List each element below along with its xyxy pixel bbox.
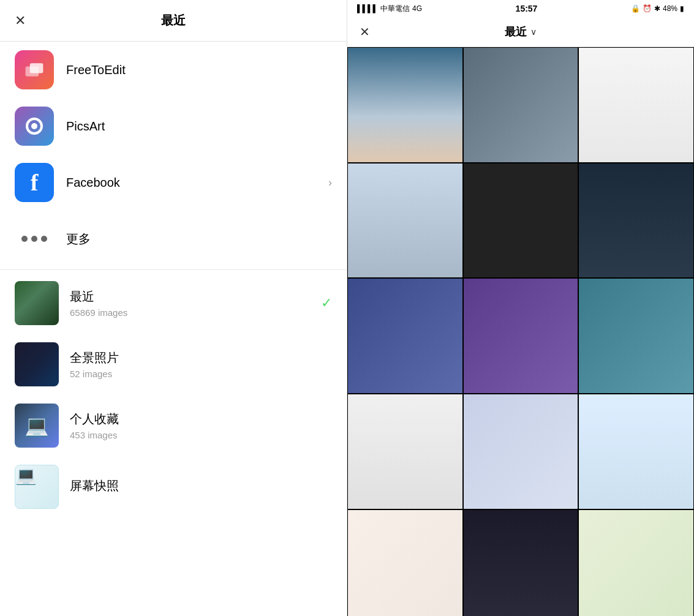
picsart-icon	[15, 107, 54, 146]
network-label: 4G	[412, 4, 422, 13]
photo-cell-3-3[interactable]	[579, 279, 693, 393]
right-header: ✕ 最近 ∨	[347, 17, 694, 47]
album-item-panorama[interactable]: 全景照片 52 images	[0, 334, 347, 395]
photo-cell-3-2[interactable]	[464, 279, 578, 393]
album-thumb-screenshot: 💻	[15, 465, 59, 509]
album-name-personal: 个人收藏	[70, 411, 332, 427]
laptop-icon: 💻	[25, 414, 49, 437]
divider	[0, 269, 347, 270]
lock-icon: 🔒	[631, 4, 640, 13]
album-count-panorama: 52 images	[70, 369, 332, 379]
album-info-recent: 最近 65869 images	[70, 288, 332, 318]
bluetooth-icon: ✱	[654, 4, 660, 13]
album-info-screenshot: 屏幕快照	[70, 478, 332, 497]
app-item-facebook[interactable]: f Facebook ›	[0, 154, 347, 211]
photo-row-2	[348, 163, 693, 278]
svg-rect-2	[30, 63, 43, 73]
photo-cell-2-3[interactable]	[579, 163, 693, 278]
app-item-more[interactable]: 更多	[0, 211, 347, 267]
battery-label: 48%	[663, 4, 677, 13]
album-item-screenshot[interactable]: 💻 屏幕快照	[0, 456, 347, 517]
facebook-label: Facebook	[66, 176, 120, 190]
photo-cell-5-3[interactable]	[579, 510, 693, 616]
left-close-icon[interactable]: ✕	[15, 13, 26, 29]
app-item-freetoedit[interactable]: FreeToEdit	[0, 42, 347, 98]
app-item-picsart[interactable]: PicsArt	[0, 98, 347, 154]
album-name-screenshot: 屏幕快照	[70, 478, 332, 494]
photo-cell-5-1[interactable]	[348, 510, 462, 616]
dot2	[31, 236, 37, 242]
photo-cell-2-2[interactable]	[464, 163, 578, 278]
photo-cell-5-2[interactable]	[464, 510, 578, 616]
right-title: 最近	[505, 24, 527, 39]
picsart-label: PicsArt	[66, 119, 105, 133]
status-bar: ▌▌▌▌ 中華電信 4G 15:57 🔒 ⏰ ✱ 48% ▮	[347, 0, 694, 17]
dot1	[21, 236, 28, 242]
battery-icon: ▮	[680, 4, 684, 13]
signal-bars-icon: ▌▌▌▌	[357, 4, 378, 13]
photo-cell-2-1[interactable]	[348, 163, 462, 278]
photo-cell-1-3[interactable]	[579, 48, 693, 162]
album-name-recent: 最近	[70, 288, 332, 305]
photo-row-1	[348, 48, 693, 162]
photo-cell-3-1[interactable]	[348, 279, 462, 393]
album-thumb-personal: 💻	[15, 404, 59, 448]
photo-cell-4-1[interactable]	[348, 394, 462, 509]
photo-cell-1-1[interactable]	[348, 48, 462, 162]
album-info-personal: 个人收藏 453 images	[70, 411, 332, 440]
album-thumb-panorama	[15, 342, 59, 386]
alarm-icon: ⏰	[643, 4, 652, 13]
checkmark-icon: ✓	[321, 295, 332, 311]
freetoedit-icon	[15, 50, 54, 89]
svg-point-4	[31, 123, 37, 129]
photo-cell-1-2[interactable]	[464, 48, 578, 162]
photo-cell-4-3[interactable]	[579, 394, 693, 509]
freetoedit-label: FreeToEdit	[66, 63, 126, 77]
photo-row-3	[348, 279, 693, 393]
status-time: 15:57	[516, 4, 538, 13]
app-list: FreeToEdit PicsArt f Facebook ›	[0, 42, 347, 616]
right-close-icon[interactable]: ✕	[360, 24, 370, 39]
left-header: ✕ 最近	[0, 0, 347, 42]
album-name-panorama: 全景照片	[70, 350, 332, 366]
dot3	[41, 236, 47, 242]
left-panel: ✕ 最近 FreeToEdit	[0, 0, 347, 616]
right-panel: ▌▌▌▌ 中華電信 4G 15:57 🔒 ⏰ ✱ 48% ▮ ✕ 最近 ∨	[347, 0, 694, 616]
album-thumb-recent	[15, 281, 59, 325]
photo-grid	[347, 47, 694, 616]
album-count-personal: 453 images	[70, 430, 332, 440]
photo-row-5	[348, 510, 693, 616]
album-item-personal[interactable]: 💻 个人收藏 453 images	[0, 395, 347, 456]
album-count-recent: 65869 images	[70, 307, 332, 318]
more-icon	[15, 219, 54, 258]
status-left: ▌▌▌▌ 中華電信 4G	[357, 4, 422, 14]
left-title: 最近	[161, 12, 186, 29]
more-label: 更多	[66, 231, 91, 247]
photo-cell-4-2[interactable]	[464, 394, 578, 509]
carrier-label: 中華電信	[380, 4, 410, 14]
right-title-arrow-icon[interactable]: ∨	[530, 27, 537, 37]
album-info-panorama: 全景照片 52 images	[70, 350, 332, 379]
facebook-chevron-icon: ›	[328, 176, 332, 189]
album-item-recent[interactable]: 最近 65869 images ✓	[0, 272, 347, 334]
status-right: 🔒 ⏰ ✱ 48% ▮	[631, 4, 684, 13]
photo-row-4	[348, 394, 693, 509]
facebook-icon: f	[15, 163, 54, 202]
